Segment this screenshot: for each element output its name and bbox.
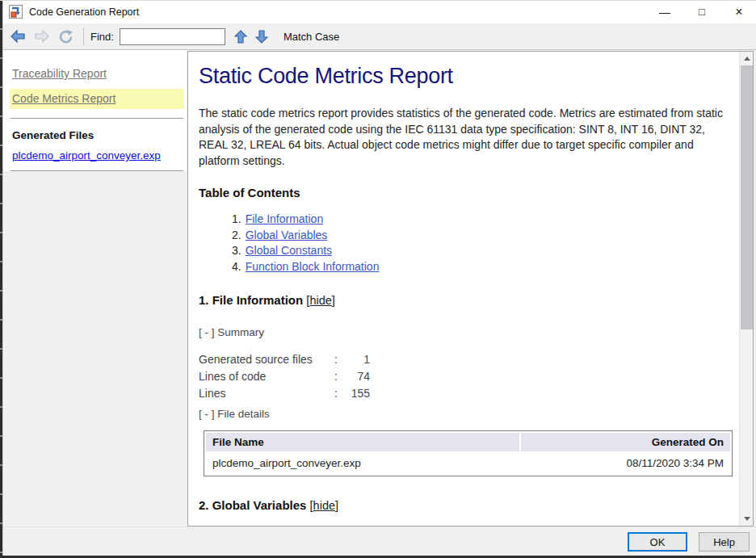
scroll-down-button[interactable] [740,512,754,526]
section-2-hide-toggle: [hide] [310,499,338,512]
close-button[interactable]: × [725,1,753,23]
code-generation-report-window: Code Generation Report — □ × Find: Match… [0,0,756,558]
sidebar-divider [10,170,183,171]
section-2-title: 2. Global Variables [199,498,306,512]
column-header-file-name: File Name [206,433,519,451]
cell-generated-on: 08/11/2020 3:34 PM [521,453,730,474]
find-label: Find: [90,31,114,43]
stat-row: Generated source files : 1 [199,351,731,368]
toc-item: 4.Function Block Information [199,259,731,275]
report-navigation-sidebar: Traceability Report Code Metrics Report … [3,50,187,171]
toc-list: 1.File Information 2.Global Variables 3.… [199,212,731,275]
scroll-up-icon [744,57,750,61]
file-details-toggle-line: [ - ] File details [199,408,731,420]
find-previous-icon[interactable] [232,28,250,44]
toolbar-separator [83,27,84,45]
column-header-generated-on: Generated On [521,433,730,451]
report-intro-paragraph: The static code metrics report provides … [199,106,731,169]
generated-files-heading: Generated Files [12,129,182,141]
find-next-icon[interactable] [253,28,271,44]
background-ruler-strip [0,1,2,558]
sidebar-divider [10,118,183,119]
table-row: plcdemo_airport_conveyer.exp 08/11/2020 … [206,453,730,474]
stat-colon: : [334,351,342,368]
stat-label: Lines [199,385,334,402]
scrollbar-thumb[interactable] [741,65,753,329]
minimize-button[interactable]: — [651,1,678,23]
section-2-heading: 2. Global Variables [hide] [199,498,731,512]
summary-toggle-line: [ - ] Summary [199,326,731,338]
report-content: Static Code Metrics Report The static co… [188,52,739,526]
section-1-heading: 1. File Information [hide] [199,293,731,307]
window-title: Code Generation Report [29,6,139,18]
toc-link-file-information[interactable]: File Information [246,212,323,225]
toc-item-number: 1. [232,212,242,225]
help-button[interactable]: Help [699,532,750,552]
cell-file-name: plcdemo_airport_conveyer.exp [206,453,519,474]
summary-collapse-toggle[interactable]: [ - ] [199,326,215,338]
window-left-border [2,1,3,558]
toc-item: 1.File Information [199,212,731,228]
ok-button[interactable]: OK [628,532,687,552]
toc-heading: Table of Contents [199,186,731,199]
maximize-icon: □ [699,6,705,18]
stat-value: 74 [342,368,370,385]
generated-file-link[interactable]: plcdemo_airport_conveyer.exp [12,149,182,162]
refresh-icon[interactable] [57,28,75,44]
vertical-scrollbar[interactable] [739,52,753,526]
title-bar: Code Generation Report — □ × [2,1,756,23]
stat-colon: : [334,368,342,385]
app-report-icon [9,5,23,19]
hide-link[interactable]: hide [309,294,331,307]
file-details-label: File details [217,408,270,420]
back-icon[interactable] [9,28,27,44]
minimize-icon: — [659,6,670,19]
toc-item-number: 4. [232,260,242,273]
summary-label: Summary [217,326,264,338]
report-content-panel: Static Code Metrics Report The static co… [187,51,754,527]
scroll-down-icon [744,517,750,521]
match-case-option[interactable]: Match Case [284,31,339,43]
find-toolbar: Find: Match Case [2,23,756,50]
hide-link[interactable]: hide [313,499,335,512]
report-title: Static Code Metrics Report [199,64,731,89]
stat-label: Lines of code [199,368,334,385]
stat-label: Generated source files [199,351,334,368]
stat-row: Lines of code : 74 [199,368,731,385]
toc-item: 2.Global Variables [199,228,731,244]
sidebar-link-code-metrics-report[interactable]: Code Metrics Report [10,89,184,109]
find-input[interactable] [120,28,225,45]
dialog-footer: OK Help [2,527,756,556]
toc-link-global-variables[interactable]: Global Variables [246,229,328,241]
toc-item: 3.Global Constants [199,243,731,259]
close-icon: × [735,5,742,19]
file-details-collapse-toggle[interactable]: [ - ] [199,408,215,420]
summary-stats: Generated source files : 1 Lines of code… [199,351,731,402]
stat-row: Lines : 155 [199,385,731,402]
stat-value: 155 [342,385,370,402]
scroll-up-button[interactable] [740,52,754,65]
maximize-button[interactable]: □ [688,1,716,23]
section-1-hide-toggle: [hide] [306,294,334,307]
forward-icon[interactable] [33,28,51,44]
toc-item-number: 3. [232,244,242,257]
stat-value: 1 [342,351,370,368]
toc-link-global-constants[interactable]: Global Constants [246,244,332,257]
toc-item-number: 2. [232,229,242,241]
section-1-title: 1. File Information [199,293,303,307]
toc-link-function-block-information[interactable]: Function Block Information [246,260,380,273]
sidebar-link-traceability-report[interactable]: Traceability Report [10,56,184,83]
file-details-table: File Name Generated On plcdemo_airport_c… [204,430,733,476]
table-header-row: File Name Generated On [206,433,730,451]
stat-colon: : [334,385,342,402]
